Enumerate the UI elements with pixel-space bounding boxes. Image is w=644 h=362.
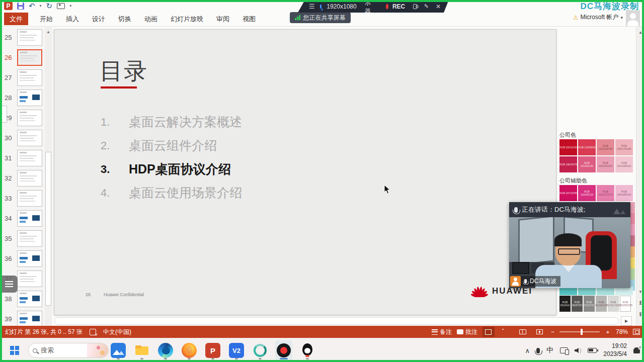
reading-view-button[interactable]	[517, 327, 529, 337]
taskbar-app-mountain[interactable]	[110, 340, 127, 360]
previous-slide-icon[interactable]: ▲▲	[636, 299, 644, 307]
taskbar-app-v2-meeting[interactable]: V2	[228, 340, 245, 360]
microsoft-account[interactable]: ⚠ Microsoft 帐户 ▾	[573, 13, 623, 22]
taskbar-app-qq[interactable]	[299, 340, 316, 360]
zoom-percentage[interactable]: 78%	[616, 328, 628, 335]
cast-device-icon[interactable]	[560, 347, 568, 353]
screenshot-icon[interactable]	[413, 4, 417, 9]
taskbar-app-powerpoint[interactable]: P	[204, 340, 221, 360]
scroll-up-icon[interactable]: ▲	[45, 28, 52, 35]
undo-icon[interactable]: ↶	[29, 2, 35, 10]
avatar[interactable]	[626, 10, 640, 26]
taskbar-app-edge[interactable]	[157, 340, 174, 360]
notes-button[interactable]: 备注	[432, 328, 452, 336]
tray-mic-icon[interactable]	[536, 348, 540, 353]
spellcheck-icon[interactable]	[90, 329, 96, 335]
webcam-overlay-window[interactable]: 正在讲话：DC马海波; DC马海波	[509, 202, 630, 288]
ribbon-tabs: 开始插入设计切换动画幻灯片放映审阅视图	[33, 13, 262, 25]
vertical-scrollbar[interactable]: ▲ ▼ ▲▲ ▼▼	[636, 27, 644, 326]
tab-开始[interactable]: 开始	[33, 13, 59, 25]
color-swatch[interactable]: RGB 25/24/21	[559, 296, 571, 312]
tab-动画[interactable]: 动画	[138, 13, 164, 25]
taskbar-app-file-explorer[interactable]	[133, 340, 150, 360]
color-swatch[interactable]: RGB 89/87/87	[572, 296, 583, 312]
normal-view-button[interactable]	[482, 327, 495, 337]
customize-qat-icon[interactable]: ▾	[69, 4, 71, 8]
floating-toolbar-handle[interactable]	[0, 276, 18, 293]
ime-indicator[interactable]: 中	[546, 346, 553, 355]
tab-视图[interactable]: 视图	[236, 13, 262, 25]
fit-to-window-icon[interactable]	[633, 329, 640, 335]
zoom-slider-handle[interactable]	[581, 329, 583, 335]
search-input[interactable]: 搜索	[28, 343, 109, 358]
webcam-video: DC马海波	[509, 217, 630, 288]
swirl-app-icon	[254, 344, 267, 357]
vertical-scrollbar-thumb[interactable]	[1, 106, 7, 123]
color-swatch[interactable]: RGB 255/255/255	[620, 296, 631, 312]
color-swatch[interactable]: RGB 218/58/82	[578, 139, 596, 155]
taskbar-app-remote-tool[interactable]	[252, 340, 269, 360]
color-swatch[interactable]: RGB 216/49/129	[578, 185, 596, 201]
zoom-in-button[interactable]: ＋	[605, 328, 611, 336]
color-swatch[interactable]: RGB 181/181/179	[596, 296, 607, 312]
next-slide-icon[interactable]: ▼▼	[636, 311, 644, 319]
qq-icon	[301, 343, 314, 358]
scroll-down-icon[interactable]: ▼	[636, 288, 644, 296]
tray-overflow-icon[interactable]: ∧	[525, 347, 530, 354]
color-swatch[interactable]: RGB 221/92/130	[578, 156, 596, 172]
color-swatch[interactable]: RGB 233/160/182	[597, 156, 614, 172]
tab-切换[interactable]: 切换	[112, 13, 138, 25]
color-swatch[interactable]: RGB 127/127/127	[584, 296, 595, 312]
clock[interactable]: 19:02 2023/5/4	[603, 342, 627, 358]
slide-sorter-button[interactable]	[500, 327, 512, 337]
firefox-icon	[182, 343, 197, 358]
close-icon[interactable]: ✕	[436, 3, 441, 10]
tab-设计[interactable]: 设计	[86, 13, 112, 25]
auxiliary-color-row: RGB 207/15/95RGB 216/49/129RGB 231/127/1…	[559, 185, 633, 201]
toc-item: 1.桌面云解决方案概述	[101, 110, 242, 134]
annotate-icon[interactable]: ✎	[424, 3, 429, 10]
search-highlight-art	[87, 343, 108, 358]
color-swatch[interactable]: RGB 229/138/149	[597, 139, 614, 155]
scroll-right-icon[interactable]: ▶	[621, 316, 632, 326]
color-swatch[interactable]: RGB 240/185/210	[615, 185, 633, 201]
undo-dropdown-icon[interactable]: ▾	[40, 4, 42, 8]
volume-icon[interactable]	[575, 348, 579, 353]
redo-icon[interactable]: ↻	[46, 2, 53, 10]
menu-icon[interactable]: ☰	[309, 3, 315, 10]
zoom-slider[interactable]	[559, 331, 600, 332]
speaker-name-tag: DC马海波	[510, 276, 560, 287]
tab-审阅[interactable]: 审阅	[210, 13, 236, 25]
slide-sorter-icon	[502, 329, 505, 331]
start-slideshow-icon[interactable]	[57, 3, 65, 9]
comments-button[interactable]: 批注	[457, 328, 477, 336]
color-swatch[interactable]: RGB 196/34/78	[559, 156, 577, 172]
pin-icon[interactable]	[320, 5, 322, 9]
zoom-out-button[interactable]: −	[551, 328, 554, 335]
color-swatch[interactable]: RGB 217/217/217	[608, 296, 619, 312]
color-swatch[interactable]: RGB 200/10/30	[559, 139, 577, 155]
color-swatch[interactable]: RGB 231/127/174	[597, 185, 614, 201]
notification-bell-icon[interactable]	[633, 347, 640, 353]
start-button[interactable]	[6, 342, 23, 359]
tab-插入[interactable]: 插入	[59, 13, 86, 25]
taskbar-app-firefox[interactable]	[181, 340, 198, 360]
scroll-up-icon[interactable]: ▲	[636, 28, 644, 36]
color-swatch[interactable]: RGB 238/178/186	[615, 139, 633, 155]
taskbar-app-screen-recorder[interactable]	[275, 340, 292, 360]
edge-icon	[158, 343, 173, 358]
battery-icon[interactable]	[588, 348, 597, 353]
company-colors-label: 公司色	[559, 131, 576, 139]
tab-file[interactable]: 文件	[4, 13, 28, 25]
horizontal-scrollbar[interactable]	[54, 317, 619, 325]
slide-canvas[interactable]: 目录 1.桌面云解决方案概述 2.桌面云组件介绍 3.HDP桌面协议介绍 4.桌…	[54, 29, 556, 315]
color-swatch[interactable]: RGB 207/15/95	[559, 185, 577, 201]
color-swatch[interactable]: RGB 241/198/210	[615, 156, 633, 172]
thumbnail-scrollbar[interactable]: ▲	[45, 27, 52, 326]
slideshow-button[interactable]	[534, 327, 546, 337]
warning-icon: ⚠	[573, 14, 579, 21]
thumbnail-scrollbar-thumb[interactable]	[45, 152, 51, 306]
tab-幻灯片放映[interactable]: 幻灯片放映	[164, 13, 210, 25]
save-icon[interactable]	[17, 3, 24, 10]
language-indicator[interactable]: 中文(中国)	[103, 328, 131, 336]
